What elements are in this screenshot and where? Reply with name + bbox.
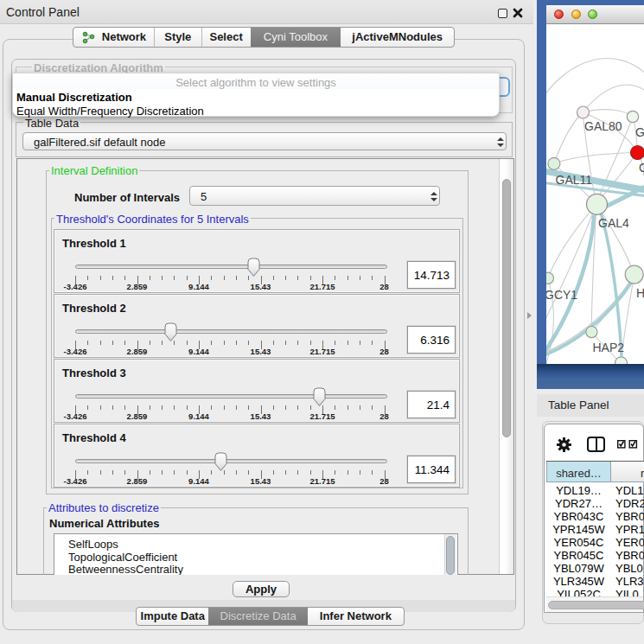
svg-text:C: C bbox=[639, 161, 644, 175]
svg-text:GAL11: GAL11 bbox=[556, 173, 593, 187]
svg-text:GAL80: GAL80 bbox=[584, 119, 622, 133]
svg-text:GAL4: GAL4 bbox=[598, 216, 629, 230]
svg-text:HAP2: HAP2 bbox=[593, 341, 625, 354]
svg-text:GA: GA bbox=[635, 125, 644, 139]
svg-text:GCY1: GCY1 bbox=[546, 288, 577, 302]
svg-text:H: H bbox=[636, 286, 644, 300]
